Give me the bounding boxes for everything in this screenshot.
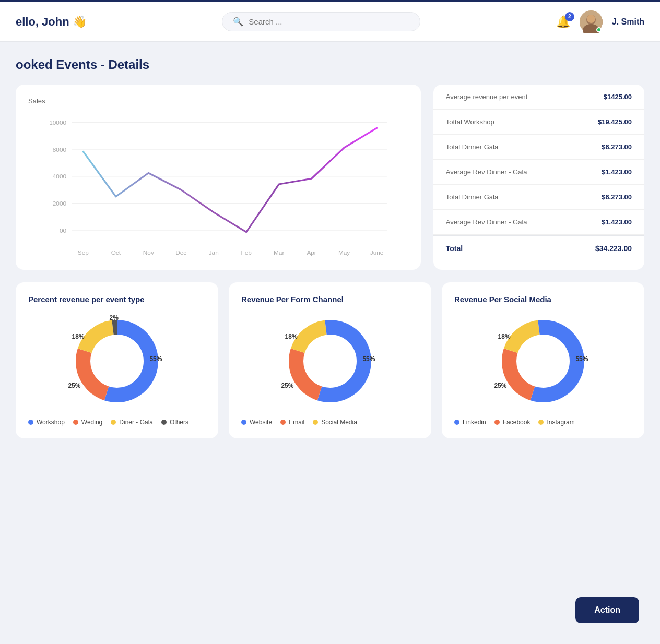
legend-item-diner-gala: Diner - Gala — [111, 419, 153, 426]
donut-container-1: 55% 25% 18% — [283, 314, 377, 408]
svg-text:Nov: Nov — [143, 249, 154, 256]
donut-title-2: Revenue Per Social Media — [454, 295, 632, 304]
donut-svg-0 — [70, 314, 164, 408]
legend-dot-others — [161, 420, 167, 425]
legend-label-social-media: Social Media — [321, 419, 357, 426]
action-button[interactable]: Action — [575, 597, 639, 623]
stat-label-4: Total Dinner Gala — [446, 193, 498, 201]
stat-label-5: Average Rev Dinner - Gala — [446, 218, 527, 226]
stat-label-3: Average Rev Dinner - Gala — [446, 168, 527, 176]
sales-chart-svg: 10000 8000 4000 2000 00 Sep Oct Nov Dec … — [28, 111, 408, 257]
donut-svg-2 — [496, 314, 590, 408]
legend-dot-diner-gala — [111, 420, 116, 425]
svg-text:Feb: Feb — [241, 249, 252, 256]
notification-badge: 2 — [565, 12, 574, 21]
svg-text:Sep: Sep — [78, 249, 89, 256]
legend-2: Linkedin Facebook Instagram — [454, 419, 632, 426]
svg-point-39 — [517, 335, 569, 387]
stat-label-2: Total Dinner Gala — [446, 143, 498, 151]
legend-label-email: Email — [289, 419, 304, 426]
svg-point-34 — [304, 335, 356, 387]
svg-text:Mar: Mar — [274, 249, 284, 256]
donut-title-0: Percent revenue per event type — [28, 295, 206, 304]
svg-text:Oct: Oct — [111, 249, 121, 256]
legend-label-website: Website — [250, 419, 272, 426]
username: J. Smith — [612, 17, 644, 27]
stat-value-1: $19.425.00 — [598, 118, 632, 126]
online-indicator — [596, 27, 602, 32]
stat-row-4: Total Dinner Gala $6.273.00 — [433, 185, 644, 210]
stat-row-1: Tottal Workshop $19.425.00 — [433, 110, 644, 135]
donut-card-social: Revenue Per Social Media 55% 25% 18% — [442, 282, 644, 438]
legend-label-facebook: Facebook — [503, 419, 531, 426]
legend-dot-weding — [73, 420, 78, 425]
svg-point-29 — [91, 335, 143, 387]
svg-text:Dec: Dec — [175, 249, 186, 256]
stat-label-total: Total — [446, 244, 463, 253]
search-input[interactable] — [249, 17, 409, 26]
search-icon: 🔍 — [233, 17, 243, 27]
stat-row-0: Average revenue per event $1425.00 — [433, 85, 644, 110]
stat-label-1: Tottal Workshop — [446, 118, 494, 126]
stat-value-3: $1.423.00 — [602, 168, 632, 176]
chart-area: 10000 8000 4000 2000 00 Sep Oct Nov Dec … — [28, 111, 408, 257]
top-nav: ello, John 👋 🔍 🔔 2 J. Smith — [0, 0, 660, 42]
avatar[interactable] — [580, 10, 603, 33]
bell-button[interactable]: 🔔 2 — [556, 15, 570, 29]
chart-label: Sales — [28, 97, 408, 105]
stat-value-2: $6.273.00 — [602, 143, 632, 151]
stat-value-total: $34.223.00 — [595, 244, 632, 253]
legend-dot-instagram — [538, 420, 544, 425]
legend-dot-facebook — [494, 420, 500, 425]
legend-dot-email — [280, 420, 286, 425]
legend-item-facebook: Facebook — [494, 419, 531, 426]
legend-label-weding: Weding — [81, 419, 102, 426]
legend-label-instagram: Instagram — [547, 419, 574, 426]
legend-label-diner-gala: Diner - Gala — [119, 419, 153, 426]
svg-text:Apr: Apr — [307, 249, 316, 256]
legend-1: Website Email Social Media — [241, 419, 419, 426]
donut-card-channel: Revenue Per Form Channel 55% 25% 18% — [229, 282, 431, 438]
legend-label-linkedin: Linkedin — [463, 419, 486, 426]
legend-dot-website — [241, 420, 246, 425]
stat-row-5: Average Rev Dinner - Gala $1.423.00 — [433, 210, 644, 235]
svg-text:June: June — [370, 249, 384, 256]
nav-right: 🔔 2 J. Smith — [556, 10, 644, 33]
svg-text:May: May — [338, 249, 350, 256]
legend-dot-social-media — [313, 420, 318, 425]
svg-point-3 — [587, 15, 595, 23]
legend-item-weding: Weding — [73, 419, 102, 426]
svg-text:4000: 4000 — [53, 173, 67, 180]
donut-container-0: 55% 25% 18% 2% — [70, 314, 164, 408]
donut-svg-1 — [283, 314, 377, 408]
page-title: ooked Events - Details — [16, 57, 644, 72]
stats-card: Average revenue per event $1425.00 Totta… — [433, 85, 644, 270]
legend-label-workshop: Workshop — [37, 419, 65, 426]
search-bar[interactable]: 🔍 — [222, 12, 420, 31]
stat-row-2: Total Dinner Gala $6.273.00 — [433, 135, 644, 160]
stat-row-3: Average Rev Dinner - Gala $1.423.00 — [433, 160, 644, 185]
main-content: ooked Events - Details Sales 10000 8000 … — [0, 42, 660, 491]
stat-label-0: Average revenue per event — [446, 93, 528, 101]
greeting: ello, John 👋 — [16, 15, 87, 29]
stat-value-4: $6.273.00 — [602, 193, 632, 201]
svg-text:Jan: Jan — [209, 249, 219, 256]
svg-text:2000: 2000 — [53, 200, 67, 207]
stat-value-0: $1425.00 — [604, 93, 632, 101]
sales-chart-card: Sales 10000 8000 4000 2000 00 — [16, 85, 421, 270]
svg-text:10000: 10000 — [49, 119, 66, 126]
legend-item-email: Email — [280, 419, 304, 426]
stat-row-total: Total $34.223.00 — [433, 235, 644, 261]
stat-value-5: $1.423.00 — [602, 218, 632, 226]
legend-item-instagram: Instagram — [538, 419, 574, 426]
legend-0: Workshop Weding Diner - Gala Others — [28, 419, 206, 426]
top-section: Sales 10000 8000 4000 2000 00 — [16, 85, 644, 270]
donut-card-event-type: Percent revenue per event type — [16, 282, 218, 438]
legend-item-website: Website — [241, 419, 272, 426]
legend-item-linkedin: Linkedin — [454, 419, 486, 426]
legend-item-social-media: Social Media — [313, 419, 357, 426]
bottom-section: Percent revenue per event type — [16, 282, 644, 438]
donut-title-1: Revenue Per Form Channel — [241, 295, 419, 304]
donut-container-2: 55% 25% 18% — [496, 314, 590, 408]
legend-label-others: Others — [170, 419, 188, 426]
